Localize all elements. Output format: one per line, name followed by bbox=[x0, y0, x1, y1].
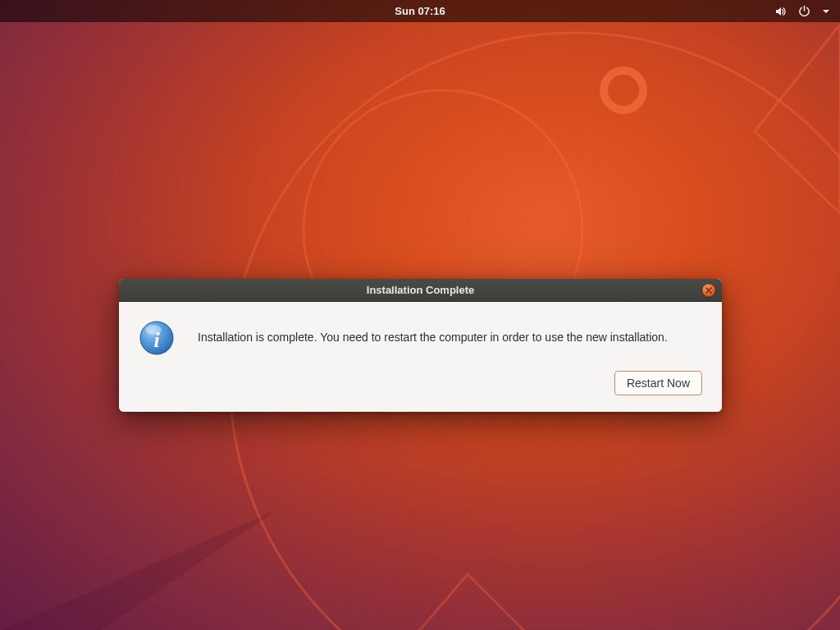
dialog-title: Installation Complete bbox=[367, 284, 474, 296]
volume-icon[interactable] bbox=[774, 5, 787, 18]
close-button[interactable] bbox=[702, 284, 715, 297]
info-icon: i bbox=[139, 320, 175, 356]
power-icon[interactable] bbox=[798, 5, 810, 17]
desktop: Sun 07:16 bbox=[0, 0, 840, 630]
dialog-message: Installation is complete. You need to re… bbox=[198, 330, 668, 346]
installation-complete-dialog: Installation Complete bbox=[119, 279, 722, 412]
svg-point-2 bbox=[604, 71, 643, 110]
clock[interactable]: Sun 07:16 bbox=[395, 5, 445, 17]
dialog-button-row: Restart Now bbox=[139, 371, 702, 395]
svg-text:i: i bbox=[153, 328, 160, 352]
close-icon bbox=[705, 287, 712, 294]
system-tray[interactable] bbox=[774, 0, 830, 22]
dialog-body: i Installation is complete. You need to … bbox=[119, 302, 722, 412]
restart-now-button[interactable]: Restart Now bbox=[614, 371, 702, 395]
dialog-titlebar[interactable]: Installation Complete bbox=[119, 279, 722, 302]
top-bar: Sun 07:16 bbox=[0, 0, 840, 22]
dialog-content: i Installation is complete. You need to … bbox=[139, 320, 702, 356]
chevron-down-icon[interactable] bbox=[822, 7, 830, 16]
